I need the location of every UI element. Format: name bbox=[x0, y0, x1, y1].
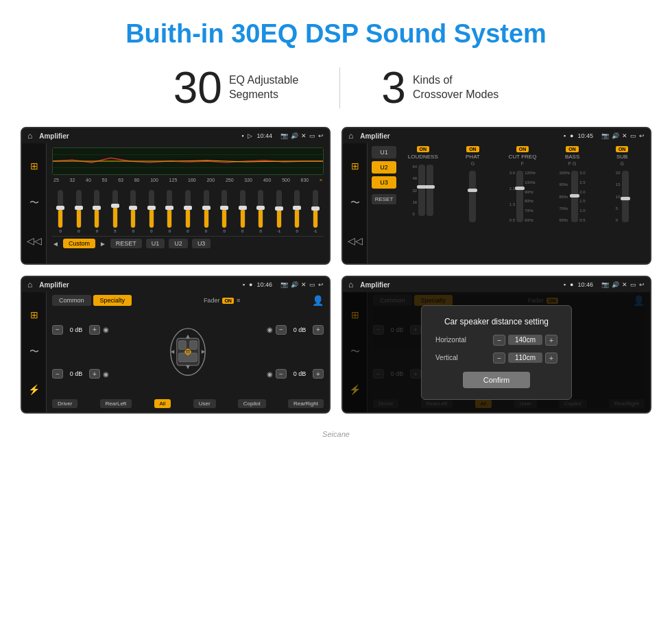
ch-cutfreq: ON CUT FREQ F 3.02.11.30.5 120Hz100Hz90H… bbox=[499, 146, 547, 261]
spk-tl-plus[interactable]: + bbox=[89, 325, 100, 335]
close-icon-1[interactable]: ✕ bbox=[301, 132, 307, 139]
status-icons-4: 📷 🔊 ✕ ▭ ↩ bbox=[601, 281, 645, 288]
bass-slider[interactable]: 100Hz90Hz80Hz70Hz60Hz 3.02.52.01.51.00.5 bbox=[559, 167, 585, 222]
close-icon-4[interactable]: ✕ bbox=[622, 281, 627, 288]
speaker-icon-1[interactable]: ◁◁ bbox=[27, 235, 42, 246]
all-btn-3[interactable]: All bbox=[154, 399, 171, 408]
sub-on[interactable]: ON bbox=[616, 146, 629, 152]
status-bar-1: ⌂ Amplifier ▪ ▷ 10:44 📷 🔊 ✕ ▭ ↩ bbox=[22, 128, 329, 143]
close-icon-2[interactable]: ✕ bbox=[622, 132, 627, 139]
eq-panel: 253240506380100125160200250320400500630 … bbox=[47, 143, 329, 263]
home-icon-4[interactable]: ⌂ bbox=[348, 280, 353, 289]
eq-icon-2[interactable]: ⊞ bbox=[351, 160, 359, 171]
slider-3[interactable]: 0 bbox=[88, 190, 106, 233]
eq-graph bbox=[52, 147, 324, 175]
cutfreq-on[interactable]: ON bbox=[516, 146, 529, 152]
back-icon-1[interactable]: ↩ bbox=[318, 132, 324, 139]
dialog-horizontal-row: Horizontal − 140cm + bbox=[435, 335, 557, 346]
stats-row: 30 EQ AdjustableSegments 3 Kinds ofCross… bbox=[0, 56, 672, 127]
home-icon-2[interactable]: ⌂ bbox=[348, 131, 353, 141]
wave-icon-2[interactable]: 〜 bbox=[350, 197, 360, 209]
slider-10[interactable]: 0 bbox=[216, 190, 233, 233]
eq-sliders: 0 0 0 5 0 bbox=[52, 185, 324, 233]
screen-eq: ⌂ Amplifier ▪ ▷ 10:44 📷 🔊 ✕ ▭ ↩ ⊞ 〜 ◁◁ bbox=[21, 127, 331, 265]
back-icon-4[interactable]: ↩ bbox=[639, 281, 645, 288]
horizontal-minus[interactable]: − bbox=[493, 335, 505, 346]
phat-slider[interactable] bbox=[469, 167, 476, 222]
reset-btn-1[interactable]: RESET bbox=[110, 239, 142, 248]
spk-row-tl: − 0 dB + ◉ bbox=[52, 325, 109, 335]
u2-btn-1[interactable]: U2 bbox=[169, 239, 188, 248]
bluetooth-icon-3[interactable]: ⚡ bbox=[28, 384, 40, 395]
spk-br-plus[interactable]: + bbox=[313, 369, 324, 379]
spk-tr-plus[interactable]: + bbox=[313, 325, 324, 335]
slider-14[interactable]: 0 bbox=[289, 190, 306, 233]
rearleft-btn-3[interactable]: RearLeft bbox=[100, 399, 132, 408]
slider-7[interactable]: 0 bbox=[161, 190, 178, 233]
home-icon-1[interactable]: ⌂ bbox=[27, 131, 32, 141]
slider-13[interactable]: -1 bbox=[270, 190, 287, 233]
u3-btn-1[interactable]: U3 bbox=[192, 239, 211, 248]
stat-eq: 30 EQ AdjustableSegments bbox=[132, 62, 340, 113]
record-icon-1: ▪ bbox=[241, 132, 243, 139]
phat-on[interactable]: ON bbox=[466, 146, 479, 152]
slider-8[interactable]: 0 bbox=[180, 190, 197, 233]
spk-tl-minus[interactable]: − bbox=[52, 325, 63, 335]
spk-br-minus[interactable]: − bbox=[276, 369, 287, 379]
loudness-on[interactable]: ON bbox=[417, 146, 430, 152]
horizontal-plus[interactable]: + bbox=[545, 335, 557, 346]
eq-icon-3[interactable]: ⊞ bbox=[30, 309, 38, 320]
common-tab-3[interactable]: Common bbox=[52, 295, 91, 306]
wave-icon-1[interactable]: 〜 bbox=[29, 197, 39, 209]
driver-btn-3[interactable]: Driver bbox=[52, 399, 77, 408]
preset-u3[interactable]: U3 bbox=[372, 176, 396, 189]
custom-btn[interactable]: Custom bbox=[63, 239, 95, 248]
vertical-minus[interactable]: − bbox=[493, 353, 505, 363]
spk-tl-val: 0 dB bbox=[66, 326, 86, 333]
back-icon-3[interactable]: ↩ bbox=[318, 281, 324, 288]
slider-9[interactable]: 0 bbox=[197, 190, 215, 233]
cross-reset-btn[interactable]: RESET bbox=[372, 194, 396, 204]
slider-1[interactable]: 0 bbox=[52, 190, 69, 233]
slider-4[interactable]: 5 bbox=[107, 190, 124, 233]
slider-11[interactable]: 0 bbox=[234, 190, 251, 233]
slider-5[interactable]: 0 bbox=[125, 190, 142, 233]
dot-icon-3: ● bbox=[249, 281, 252, 288]
close-icon-3[interactable]: ✕ bbox=[301, 281, 307, 288]
wave-icon-3[interactable]: 〜 bbox=[29, 346, 39, 358]
confirm-button[interactable]: Confirm bbox=[463, 372, 531, 388]
horizontal-value: 140cm bbox=[508, 335, 542, 345]
u1-btn-1[interactable]: U1 bbox=[146, 239, 165, 248]
specialty-tab-3[interactable]: Specialty bbox=[93, 295, 132, 306]
camera-icon-1: 📷 bbox=[280, 132, 288, 139]
cutfreq-slider[interactable]: 3.02.11.30.5 120Hz100Hz90Hz80Hz70Hz60Hz bbox=[509, 167, 536, 222]
sub-slider[interactable]: 20151050 bbox=[616, 167, 629, 222]
spk-tr-minus[interactable]: − bbox=[276, 325, 287, 335]
spk-bl-plus[interactable]: + bbox=[89, 369, 100, 379]
next-arrow[interactable]: ► bbox=[99, 240, 106, 248]
slider-15[interactable]: -1 bbox=[307, 190, 324, 233]
home-icon-3[interactable]: ⌂ bbox=[27, 280, 32, 289]
fader-on[interactable]: ON bbox=[222, 298, 234, 304]
window-icon-4: ▭ bbox=[630, 281, 636, 288]
expand-arrows[interactable]: » bbox=[320, 178, 322, 182]
eq-labels: 253240506380100125160200250320400500630 … bbox=[52, 178, 324, 182]
slider-2[interactable]: 0 bbox=[71, 190, 88, 233]
tab-group-3: Common Specialty bbox=[52, 295, 132, 306]
prev-arrow[interactable]: ◄ bbox=[52, 240, 59, 248]
loudness-slider[interactable]: 644832160 bbox=[412, 161, 433, 216]
preset-u2[interactable]: U2 bbox=[372, 161, 396, 174]
vertical-plus[interactable]: + bbox=[545, 353, 557, 363]
user-btn-3[interactable]: User bbox=[193, 399, 216, 408]
slider-6[interactable]: 0 bbox=[143, 190, 160, 233]
copilot-btn-3[interactable]: Copilot bbox=[238, 399, 266, 408]
bass-on[interactable]: ON bbox=[566, 146, 579, 152]
spk-bl-minus[interactable]: − bbox=[52, 369, 63, 379]
slider-12[interactable]: 0 bbox=[252, 190, 269, 233]
eq-icon-1[interactable]: ⊞ bbox=[30, 160, 38, 171]
preset-u1[interactable]: U1 bbox=[372, 146, 396, 158]
back-icon-2[interactable]: ↩ bbox=[639, 132, 645, 139]
rearright-btn-3[interactable]: RearRight bbox=[288, 399, 324, 408]
speaker-icon-2[interactable]: ◁◁ bbox=[348, 235, 363, 246]
horizontal-controls: − 140cm + bbox=[493, 335, 557, 346]
